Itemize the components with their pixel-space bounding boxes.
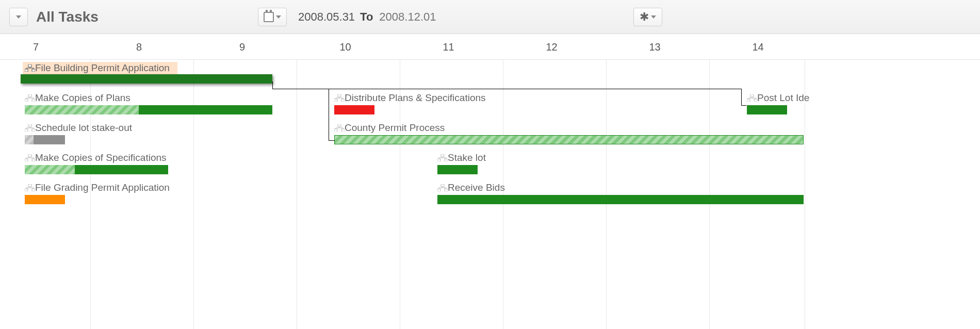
svg-rect-16 xyxy=(334,99,337,102)
task-name: County Permit Process xyxy=(345,122,445,134)
dependency-line xyxy=(272,89,329,89)
date-to-label: To xyxy=(360,10,373,24)
timeline-col: 9 xyxy=(191,34,294,59)
timeline-header: 7891011121314 xyxy=(0,34,980,60)
task-name: Receive Bids xyxy=(448,182,505,193)
task-hierarchy-icon xyxy=(334,94,345,102)
task-hierarchy-icon xyxy=(25,154,35,161)
view-dropdown-button[interactable] xyxy=(9,8,28,26)
task-label[interactable]: Schedule lot stake-out xyxy=(25,122,132,134)
calendar-picker-button[interactable] xyxy=(258,8,287,26)
svg-rect-7 xyxy=(25,129,28,131)
gear-icon: ✱ xyxy=(640,10,649,24)
task-name: Post Lot Ide xyxy=(757,92,809,104)
svg-rect-19 xyxy=(334,129,337,131)
task-hierarchy-icon xyxy=(437,184,448,191)
task-bar[interactable] xyxy=(747,105,787,114)
task-name: Distribute Plans & Specifications xyxy=(345,92,486,104)
caret-down-icon xyxy=(16,15,21,19)
task-hierarchy-icon xyxy=(437,154,448,161)
task-name: Make Copies of Specifications xyxy=(35,152,167,163)
svg-rect-27 xyxy=(750,94,754,97)
task-bar[interactable] xyxy=(25,135,65,144)
task-name: Schedule lot stake-out xyxy=(35,122,132,134)
task-hierarchy-icon xyxy=(25,94,35,102)
task-bar[interactable] xyxy=(25,105,272,114)
gantt-chart[interactable]: File Building Permit ApplicationMake Cop… xyxy=(0,60,980,329)
page-title: All Tasks xyxy=(36,9,99,25)
date-end: 2008.12.01 xyxy=(379,10,436,24)
caret-down-icon xyxy=(276,15,281,19)
timeline-col: 13 xyxy=(603,34,707,59)
settings-wrap: ✱ xyxy=(633,8,662,26)
dependency-line xyxy=(329,89,329,140)
timeline-col: 12 xyxy=(500,34,603,59)
svg-rect-25 xyxy=(437,189,440,191)
task-hierarchy-icon xyxy=(334,124,345,131)
task-hierarchy-icon xyxy=(25,124,35,131)
svg-rect-10 xyxy=(25,159,28,161)
svg-rect-24 xyxy=(441,184,444,187)
caret-down-icon xyxy=(651,15,656,19)
task-hierarchy-icon xyxy=(25,184,35,191)
task-label[interactable]: County Permit Process xyxy=(334,122,445,134)
svg-rect-28 xyxy=(747,99,750,102)
dependency-line xyxy=(741,89,742,105)
task-hierarchy-icon xyxy=(25,64,35,72)
date-start: 2008.05.31 xyxy=(298,10,355,24)
grid-line xyxy=(606,60,607,329)
dependency-line xyxy=(272,81,273,89)
svg-rect-12 xyxy=(28,184,31,187)
task-label[interactable]: File Building Permit Application xyxy=(25,62,170,74)
svg-rect-18 xyxy=(338,124,341,127)
timeline-col: 11 xyxy=(397,34,500,59)
dependency-line xyxy=(329,140,335,141)
task-label[interactable]: Make Copies of Plans xyxy=(25,92,130,104)
task-bar[interactable] xyxy=(334,105,374,114)
task-bar[interactable] xyxy=(25,165,168,174)
svg-rect-9 xyxy=(28,154,31,157)
timeline-col: 8 xyxy=(88,34,191,59)
grid-line xyxy=(297,60,297,329)
task-name: Make Copies of Plans xyxy=(35,92,130,104)
grid-line xyxy=(503,60,503,329)
svg-rect-6 xyxy=(28,124,31,127)
task-name: Stake lot xyxy=(448,152,486,163)
svg-rect-0 xyxy=(28,64,31,67)
task-bar[interactable] xyxy=(21,74,272,84)
timeline-col: 7 xyxy=(0,34,88,59)
task-label[interactable]: File Grading Permit Application xyxy=(25,182,170,194)
task-label[interactable]: Receive Bids xyxy=(437,182,505,194)
task-label[interactable]: Make Copies of Specifications xyxy=(25,152,167,164)
task-hierarchy-icon xyxy=(747,94,757,102)
task-label[interactable]: Post Lot Ide xyxy=(747,92,809,104)
svg-rect-21 xyxy=(441,154,444,157)
svg-rect-3 xyxy=(28,94,31,97)
task-bar[interactable] xyxy=(334,135,804,144)
toolbar: All Tasks 2008.05.31 To 2008.12.01 ✱ xyxy=(0,0,980,34)
task-name: File Grading Permit Application xyxy=(35,182,170,193)
date-range: 2008.05.31 To 2008.12.01 xyxy=(258,8,436,26)
dependency-line xyxy=(329,89,741,89)
task-label[interactable]: Stake lot xyxy=(437,152,486,164)
svg-rect-15 xyxy=(338,94,341,97)
svg-rect-4 xyxy=(25,99,28,102)
timeline-col: 14 xyxy=(707,34,810,59)
svg-rect-13 xyxy=(25,189,28,191)
settings-button[interactable]: ✱ xyxy=(633,8,662,26)
task-bar[interactable] xyxy=(25,195,65,204)
calendar-icon xyxy=(264,12,274,22)
task-bar[interactable] xyxy=(437,165,478,174)
task-label[interactable]: Distribute Plans & Specifications xyxy=(334,92,486,104)
svg-rect-1 xyxy=(25,69,28,72)
task-bar[interactable] xyxy=(437,195,804,204)
svg-rect-22 xyxy=(437,159,440,161)
timeline-col: 10 xyxy=(294,34,397,59)
grid-line xyxy=(709,60,710,329)
dependency-line xyxy=(741,105,746,106)
grid-line xyxy=(193,60,194,329)
task-name: File Building Permit Application xyxy=(35,62,170,74)
